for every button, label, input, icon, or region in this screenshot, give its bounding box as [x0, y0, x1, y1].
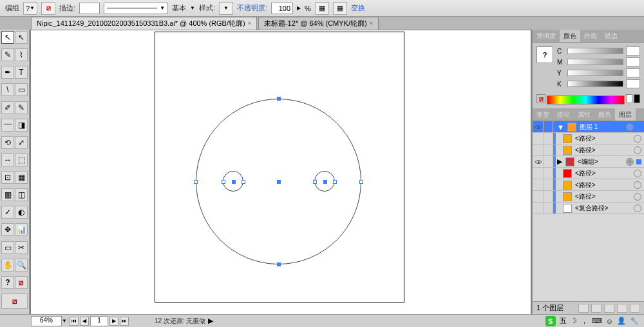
- tab-swatches[interactable]: 颜色: [594, 108, 615, 121]
- artboard-tool[interactable]: ▭: [1, 241, 14, 254]
- close-icon[interactable]: ×: [248, 20, 251, 26]
- layer-row-item[interactable]: ▶<编组>: [533, 156, 644, 168]
- layer-name[interactable]: 图层 1: [578, 123, 623, 132]
- transform-label[interactable]: 变换: [351, 3, 365, 13]
- white-swatch[interactable]: [626, 94, 632, 103]
- anchor-point[interactable]: [277, 97, 281, 101]
- magenta-slider[interactable]: [567, 59, 623, 65]
- doc-tab-1[interactable]: Nipic_1411249_201002020035150331B3.ai* @…: [31, 17, 257, 30]
- target-icon[interactable]: [634, 181, 641, 189]
- layer-name[interactable]: <路径>: [574, 169, 631, 178]
- symbol-sprayer-tool[interactable]: ✥: [1, 223, 14, 236]
- visibility-toggle[interactable]: [533, 191, 544, 202]
- zoom-dropdown-icon[interactable]: ▼: [62, 318, 67, 324]
- layer-name[interactable]: <路径>: [574, 192, 631, 201]
- layer-name[interactable]: <路径>: [574, 181, 631, 190]
- shape-builder-tool[interactable]: ⊡: [1, 171, 14, 184]
- prev-artboard-button[interactable]: ◀: [80, 317, 89, 326]
- locate-object-icon[interactable]: [578, 304, 589, 313]
- default-fill-stroke[interactable]: ⧄: [1, 293, 28, 309]
- paintbrush-tool[interactable]: ✐: [1, 101, 14, 114]
- close-icon[interactable]: ×: [370, 20, 373, 26]
- tab-layers[interactable]: 图层: [615, 108, 636, 121]
- keyboard-icon[interactable]: ⌨: [592, 317, 602, 325]
- align-icon-2[interactable]: ▦: [333, 2, 347, 15]
- anchor-point[interactable]: [333, 180, 337, 184]
- layer-row-item[interactable]: <路径>: [533, 179, 644, 191]
- anchor-point[interactable]: [194, 180, 198, 184]
- visibility-toggle[interactable]: [533, 156, 544, 167]
- wrench-icon[interactable]: 🔧: [630, 317, 639, 325]
- black-slider[interactable]: [567, 81, 623, 87]
- layer-name[interactable]: <复合路径>: [574, 204, 631, 213]
- yellow-slider[interactable]: [567, 70, 623, 76]
- layer-row-item[interactable]: <复合路径>: [533, 203, 644, 214]
- mesh-tool[interactable]: ▦: [1, 188, 14, 201]
- new-layer-icon[interactable]: [617, 304, 627, 313]
- lock-toggle[interactable]: [544, 179, 553, 190]
- visibility-toggle[interactable]: [533, 168, 544, 179]
- make-clipping-mask-icon[interactable]: [591, 304, 601, 313]
- fill-stroke-indicator[interactable]: ?: [536, 46, 553, 63]
- visibility-toggle[interactable]: [533, 179, 544, 190]
- lock-toggle[interactable]: [544, 203, 553, 213]
- slice-tool[interactable]: ✂: [15, 241, 28, 254]
- column-graph-tool[interactable]: 📊: [15, 223, 28, 236]
- pencil-tool[interactable]: ✎: [15, 101, 28, 114]
- next-artboard-button[interactable]: ▶: [109, 317, 118, 326]
- visibility-toggle[interactable]: [533, 121, 544, 132]
- selection-tool[interactable]: ↖: [1, 31, 14, 44]
- zoom-tool[interactable]: 🔍: [15, 259, 28, 272]
- tab-attributes[interactable]: 属性: [574, 108, 594, 121]
- comma-icon[interactable]: ，: [581, 316, 588, 326]
- layer-row-item[interactable]: <路径>: [533, 144, 644, 156]
- opacity-input[interactable]: [271, 3, 293, 14]
- tab-pathfinder[interactable]: 路径: [553, 108, 574, 121]
- magic-wand-tool[interactable]: ✎: [1, 48, 14, 61]
- stroke-width-input[interactable]: [79, 3, 100, 14]
- tab-color[interactable]: 颜色: [560, 30, 580, 42]
- width-tool[interactable]: ↔: [1, 154, 14, 166]
- center-point[interactable]: [277, 180, 281, 184]
- tab-gradient[interactable]: 渐变: [533, 108, 553, 121]
- none-color-icon[interactable]: ⧄: [536, 94, 545, 103]
- first-artboard-button[interactable]: ⏮: [70, 317, 79, 326]
- target-icon[interactable]: [634, 146, 641, 154]
- lock-toggle[interactable]: [544, 144, 553, 155]
- status-dropdown-icon[interactable]: ▶: [208, 317, 213, 325]
- anchor-point[interactable]: [313, 180, 317, 184]
- canvas-area[interactable]: [30, 30, 532, 314]
- black-swatch[interactable]: [634, 94, 640, 103]
- type-tool[interactable]: T: [15, 66, 28, 79]
- no-fill-icon[interactable]: ⧄: [41, 2, 55, 15]
- free-transform-tool[interactable]: ⬚: [15, 154, 28, 166]
- delete-layer-icon[interactable]: [630, 304, 640, 313]
- layer-row-top[interactable]: ▼ 图层 1: [533, 121, 644, 133]
- pen-tool[interactable]: ✒: [1, 66, 14, 79]
- tab-transparency[interactable]: 透明度: [533, 30, 560, 42]
- cyan-slider[interactable]: [567, 48, 623, 54]
- lock-toggle[interactable]: [544, 156, 553, 167]
- gradient-tool[interactable]: ◫: [15, 188, 28, 201]
- anchor-point[interactable]: [323, 180, 327, 184]
- perspective-grid-tool[interactable]: ▦: [15, 171, 28, 184]
- ime-mode-text[interactable]: 五: [560, 316, 567, 326]
- moon-icon[interactable]: ☽: [571, 317, 577, 325]
- rectangle-tool[interactable]: ▭: [15, 83, 28, 96]
- new-sublayer-icon[interactable]: [604, 304, 614, 313]
- anchor-point[interactable]: [277, 263, 281, 266]
- anchor-point[interactable]: [242, 180, 245, 184]
- layer-row-item[interactable]: <路径>: [533, 168, 644, 179]
- expand-toggle[interactable]: ▶: [556, 157, 564, 166]
- help-tool[interactable]: ?: [1, 276, 14, 289]
- stroke-style-dropdown[interactable]: ▼: [104, 3, 168, 14]
- tab-appearance[interactable]: 外观: [580, 30, 601, 42]
- black-value[interactable]: [626, 79, 640, 88]
- yellow-value[interactable]: [626, 68, 640, 77]
- target-icon[interactable]: [634, 170, 641, 177]
- layer-name[interactable]: <路径>: [574, 134, 631, 143]
- target-icon[interactable]: [634, 193, 641, 201]
- hand-tool[interactable]: ✋: [1, 259, 14, 272]
- scale-tool[interactable]: ⤢: [15, 136, 28, 149]
- sogou-icon[interactable]: S: [545, 316, 556, 326]
